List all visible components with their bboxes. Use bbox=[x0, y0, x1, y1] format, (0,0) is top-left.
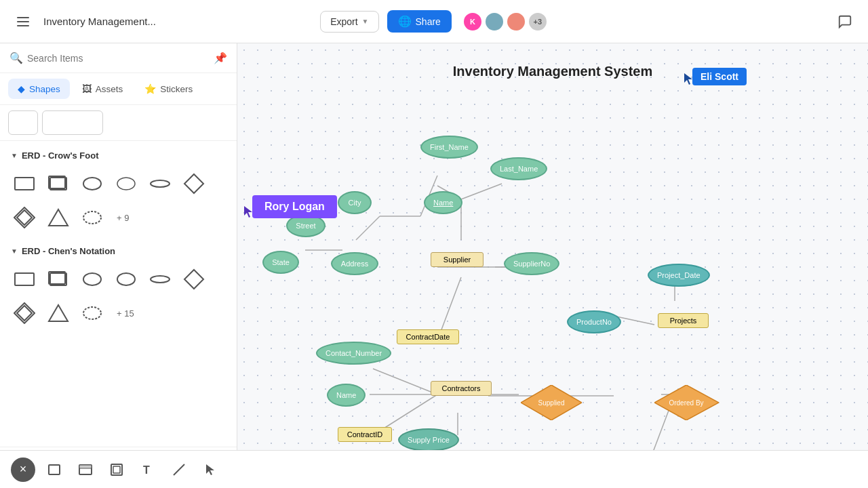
cursor-name-rory: Rory Logan bbox=[252, 195, 337, 218]
export-button[interactable]: Export ▼ bbox=[320, 11, 378, 33]
avatar-3 bbox=[506, 12, 526, 32]
chen-diamond-1[interactable] bbox=[179, 264, 209, 294]
stickers-icon: ⭐ bbox=[144, 83, 156, 94]
address-node[interactable]: Address bbox=[331, 252, 378, 275]
svg-text:Ordered By: Ordered By bbox=[669, 399, 703, 407]
view-tab-2[interactable] bbox=[42, 110, 103, 135]
erd-crowfoot-header[interactable]: ▼ ERD - Crow's Foot bbox=[3, 146, 234, 165]
name-node[interactable]: Name bbox=[424, 191, 462, 214]
container-tool[interactable] bbox=[73, 458, 98, 482]
contractdate-node[interactable]: ContractDate bbox=[397, 329, 459, 344]
svg-rect-0 bbox=[15, 178, 34, 190]
erd-chen-header[interactable]: ▼ ERD - Chen's Notation bbox=[3, 242, 234, 260]
svg-point-3 bbox=[83, 178, 101, 190]
tab-shapes[interactable]: ◆ Shapes bbox=[8, 79, 70, 99]
svg-line-41 bbox=[373, 369, 437, 394]
supplied-diamond[interactable]: Supplied bbox=[521, 385, 582, 420]
shape-ellipse-3[interactable] bbox=[145, 169, 175, 199]
erd-chen-group: ▼ ERD - Chen's Notation bbox=[3, 242, 234, 332]
chat-button[interactable] bbox=[833, 9, 857, 34]
bottom-toolbar: × T bbox=[0, 450, 868, 488]
chen-triangle[interactable] bbox=[43, 298, 73, 328]
svg-text:T: T bbox=[143, 464, 150, 476]
first-name-node[interactable]: First_Name bbox=[420, 136, 478, 159]
svg-marker-6 bbox=[184, 174, 203, 193]
supply-price-node[interactable]: Supply Price bbox=[398, 428, 459, 450]
menu-button[interactable] bbox=[11, 9, 35, 34]
chen-rect-1[interactable] bbox=[9, 264, 39, 294]
svg-point-10 bbox=[83, 211, 101, 224]
topbar: Inventory Management... Export ▼ 🌐 Share… bbox=[0, 0, 868, 43]
ordered-by-diamond[interactable]: Ordered By bbox=[654, 385, 719, 420]
svg-rect-11 bbox=[15, 273, 34, 285]
search-icon: 🔍 bbox=[9, 52, 23, 64]
svg-point-14 bbox=[83, 273, 101, 285]
project-date-node[interactable]: Project_Date bbox=[648, 264, 710, 287]
supplierNo-node[interactable]: SupplierNo bbox=[504, 252, 559, 275]
shapes-list: ▼ ERD - Crow's Foot bbox=[0, 141, 237, 447]
pin-icon[interactable]: 📌 bbox=[214, 52, 227, 64]
chen-ellipse-2[interactable] bbox=[111, 264, 141, 294]
export-dropdown-arrow: ▼ bbox=[362, 18, 369, 25]
supplier-node[interactable]: Supplier bbox=[431, 252, 484, 267]
share-button[interactable]: 🌐 Share bbox=[387, 10, 452, 33]
erd-crowfoot-group: ▼ ERD - Crow's Foot bbox=[3, 146, 234, 237]
search-input[interactable] bbox=[27, 53, 208, 64]
cursor-rory-logan: Rory Logan bbox=[244, 195, 337, 218]
chen-ellipse-dashed[interactable] bbox=[77, 298, 107, 328]
collaborator-avatars: K +3 bbox=[462, 12, 548, 32]
svg-rect-22 bbox=[49, 465, 60, 474]
crowfoot-more[interactable]: + 9 bbox=[111, 210, 134, 226]
shape-tabs: ◆ Shapes 🖼 Assets ⭐ Stickers bbox=[0, 73, 237, 105]
chen-more[interactable]: + 15 bbox=[111, 306, 140, 321]
shape-rect-1[interactable] bbox=[9, 169, 39, 199]
contractid-node[interactable]: ContractID bbox=[338, 427, 392, 442]
rectangle-tool[interactable] bbox=[42, 458, 66, 482]
chen-diamond-2[interactable] bbox=[9, 298, 39, 328]
tab-assets[interactable]: 🖼 Assets bbox=[73, 79, 133, 99]
collapse-icon: ▼ bbox=[11, 152, 18, 159]
contact-number-node[interactable]: Contact_Number bbox=[316, 342, 391, 365]
projects-node[interactable]: Projects bbox=[658, 313, 709, 328]
svg-line-35 bbox=[356, 216, 380, 240]
line-tool[interactable] bbox=[167, 458, 191, 482]
shape-diamond-1[interactable] bbox=[179, 169, 209, 199]
svg-marker-17 bbox=[184, 270, 203, 289]
contractors-node[interactable]: Contractors bbox=[431, 381, 492, 396]
shape-ellipse-2[interactable] bbox=[111, 169, 141, 199]
productNo-node[interactable]: ProductNo bbox=[567, 310, 621, 333]
svg-point-4 bbox=[117, 178, 135, 190]
globe-icon: 🌐 bbox=[398, 15, 412, 28]
name2-node[interactable]: Name bbox=[327, 384, 366, 407]
view-tab-1[interactable] bbox=[8, 110, 38, 135]
svg-rect-26 bbox=[113, 466, 120, 473]
shape-diamond-2[interactable] bbox=[9, 203, 39, 232]
chen-ellipse-3[interactable] bbox=[145, 264, 175, 294]
shape-rect-2[interactable] bbox=[43, 169, 73, 199]
shape-ellipse-dashed[interactable] bbox=[77, 203, 107, 232]
chen-rect-2[interactable] bbox=[43, 264, 73, 294]
shape-triangle-1[interactable] bbox=[43, 203, 73, 232]
erd-chen-shapes: + 15 bbox=[3, 260, 234, 332]
close-button[interactable]: × bbox=[11, 458, 35, 482]
state-node[interactable]: State bbox=[262, 251, 299, 274]
pointer-tool[interactable] bbox=[198, 458, 222, 482]
svg-marker-69 bbox=[684, 73, 692, 85]
chen-ellipse-1[interactable] bbox=[77, 264, 107, 294]
last-name-node[interactable]: Last_Name bbox=[490, 157, 547, 180]
assets-icon: 🖼 bbox=[82, 83, 92, 94]
tab-stickers[interactable]: ⭐ Stickers bbox=[135, 79, 202, 99]
svg-point-21 bbox=[83, 307, 101, 319]
frame-tool[interactable] bbox=[104, 458, 129, 482]
avatar-1: K bbox=[462, 12, 483, 32]
svg-marker-9 bbox=[49, 209, 68, 226]
canvas[interactable]: Inventory Management System Supplier Con… bbox=[237, 43, 868, 450]
svg-rect-24 bbox=[79, 465, 92, 468]
text-tool[interactable]: T bbox=[136, 458, 160, 482]
city-node[interactable]: City bbox=[338, 191, 372, 214]
svg-point-5 bbox=[151, 180, 170, 187]
svg-line-38 bbox=[441, 277, 461, 331]
shape-ellipse-1[interactable] bbox=[77, 169, 107, 199]
diagram-title: Inventory Management System bbox=[453, 64, 653, 79]
cursor-eli-scott: Eli Scott bbox=[684, 68, 747, 85]
